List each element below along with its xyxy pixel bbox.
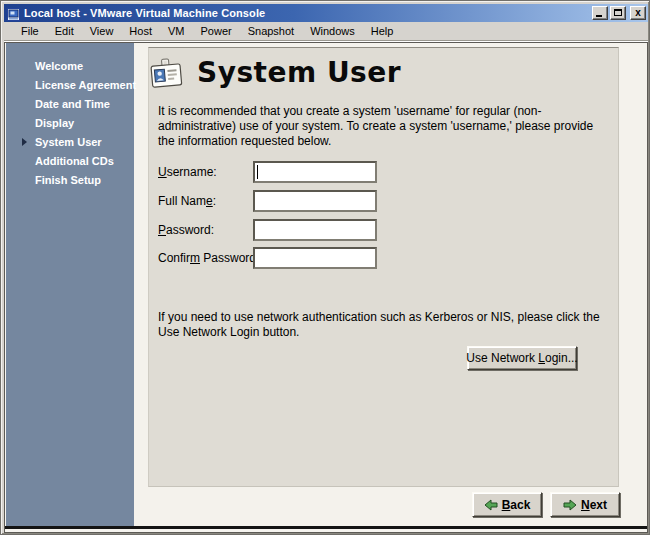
username-label: Username:: [158, 165, 217, 179]
page-title: System User: [197, 56, 401, 89]
full-name-input[interactable]: [253, 190, 377, 212]
menu-vm[interactable]: VM: [160, 23, 193, 39]
vmware-app-icon: [7, 7, 20, 20]
vmware-console-window: Local host - VMware Virtual Machine Cons…: [0, 0, 650, 535]
menu-help[interactable]: Help: [363, 23, 402, 39]
sidebar-item-welcome: Welcome: [6, 57, 134, 76]
next-arrow-icon: [563, 499, 577, 511]
menu-bar: File Edit View Host VM Power Snapshot Wi…: [4, 22, 648, 40]
minimize-icon: [596, 15, 602, 17]
use-network-login-button[interactable]: Use Network Login...: [467, 346, 577, 370]
maximize-icon: [614, 9, 622, 16]
menu-file[interactable]: File: [13, 23, 47, 39]
confirm-password-input[interactable]: [253, 247, 377, 269]
active-step-arrow-icon: [22, 138, 27, 146]
close-button[interactable]: x: [630, 6, 646, 20]
sidebar-item-system-user: System User: [6, 133, 134, 152]
title-bar[interactable]: Local host - VMware Virtual Machine Cons…: [4, 4, 648, 22]
close-icon: x: [631, 7, 645, 19]
guest-display: Welcome License Agreement Date and Time …: [4, 42, 648, 533]
sidebar-item-finish-setup: Finish Setup: [6, 171, 134, 190]
description-line-3: the information requested below.: [158, 134, 331, 148]
menu-snapshot[interactable]: Snapshot: [240, 23, 302, 39]
sidebar-item-additional-cds: Additional CDs: [6, 152, 134, 171]
maximize-button[interactable]: [610, 6, 626, 20]
password-input[interactable]: [253, 219, 377, 241]
network-note-line-2: Use Network Login button.: [158, 325, 299, 339]
menu-windows[interactable]: Windows: [302, 23, 363, 39]
menu-view[interactable]: View: [82, 23, 122, 39]
id-badge-icon: [149, 57, 185, 93]
full-name-label: Full Name:: [158, 194, 216, 208]
text-caret: [257, 165, 258, 179]
window-title: Local host - VMware Virtual Machine Cons…: [24, 7, 265, 19]
menu-power[interactable]: Power: [192, 23, 239, 39]
minimize-button[interactable]: [592, 6, 608, 20]
password-label: Password:: [158, 223, 214, 237]
guest-screen-bottom-edge: [5, 526, 647, 529]
sidebar-item-license-agreement: License Agreement: [6, 76, 134, 95]
description-line-2: administrative) use of your system. To c…: [158, 119, 593, 133]
menu-edit[interactable]: Edit: [47, 23, 82, 39]
description-line-1: It is recommended that you create a syst…: [158, 104, 541, 118]
sidebar-item-date-and-time: Date and Time: [6, 95, 134, 114]
confirm-password-label: Confirm Password:: [158, 251, 259, 265]
next-button[interactable]: Next: [550, 492, 620, 517]
setup-steps-sidebar: Welcome License Agreement Date and Time …: [6, 43, 134, 526]
back-button[interactable]: Back: [472, 492, 542, 517]
back-arrow-icon: [484, 499, 498, 511]
network-note-line-1: If you need to use network authenticatio…: [158, 310, 600, 324]
menu-host[interactable]: Host: [121, 23, 160, 39]
username-input[interactable]: [253, 161, 377, 183]
sidebar-item-display: Display: [6, 114, 134, 133]
